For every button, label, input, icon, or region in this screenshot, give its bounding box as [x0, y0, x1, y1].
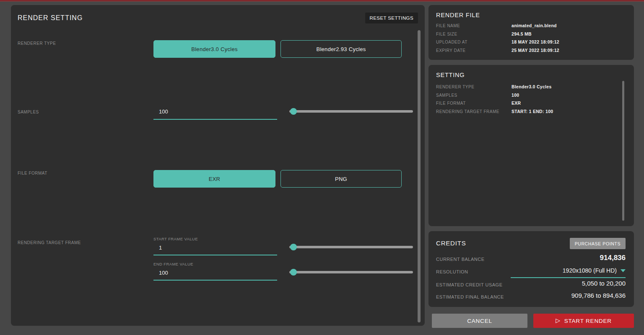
- end-frame-slider-track[interactable]: [289, 271, 413, 273]
- summary-samples-label: SAMPLES: [436, 93, 512, 98]
- expiry-date-row: EXPIRY DATE 25 MAY 2022 18:09:12: [436, 48, 626, 53]
- file-size-value: 294.5 MB: [512, 31, 532, 36]
- credits-title: CREDITS: [436, 240, 466, 247]
- samples-slider[interactable]: [289, 108, 413, 115]
- file-size-label: FILE SIZE: [436, 32, 512, 36]
- uploaded-at-value: 18 MAY 2022 18:09:12: [512, 39, 559, 44]
- file-name-label: FILE NAME: [436, 23, 512, 28]
- render-setting-scrollbar[interactable]: [418, 30, 421, 322]
- resolution-select[interactable]: 1920x1080 (Full HD): [563, 267, 626, 274]
- render-file-title: RENDER FILE: [436, 12, 480, 18]
- final-balance-label: ESTIMATED FINAL BALANCE: [436, 294, 504, 299]
- summary-samples-row: SAMPLES 100: [436, 93, 626, 98]
- summary-format-row: FILE FORMAT EXR: [436, 100, 626, 106]
- top-accent-bar: [0, 0, 644, 1]
- reset-settings-button[interactable]: RESET SETTINGS: [365, 13, 418, 23]
- expiry-date-value: 25 MAY 2022 18:09:12: [512, 48, 559, 53]
- final-balance-value: 909,786 to 894,636: [571, 292, 626, 299]
- renderer-type-label: RENDERER TYPE: [18, 41, 56, 46]
- renderer-option-blender30[interactable]: Blender3.0 Cycles: [153, 40, 275, 58]
- credit-usage-value: 5,050 to 20,200: [582, 280, 626, 287]
- start-frame-slider-handle[interactable]: [290, 244, 297, 250]
- start-frame-slider-track[interactable]: [289, 246, 413, 248]
- format-option-exr[interactable]: EXR: [153, 170, 275, 188]
- setting-summary-panel: SETTING RENDERER TYPE Blender3.0 Cycles …: [428, 65, 634, 226]
- end-frame-label: END FRAME VALUE: [153, 262, 193, 266]
- cancel-button[interactable]: CANCEL: [432, 314, 527, 328]
- end-frame-input[interactable]: [153, 268, 277, 281]
- samples-input[interactable]: [153, 106, 277, 120]
- file-format-label: FILE FORMAT: [18, 171, 47, 175]
- summary-renderer-row: RENDERER TYPE Blender3.0 Cycles: [436, 84, 626, 89]
- file-name-row: FILE NAME animated_rain.blend: [436, 23, 626, 28]
- summary-renderer-value: Blender3.0 Cycles: [512, 84, 552, 89]
- play-icon: ▷: [556, 317, 561, 324]
- purchase-points-button[interactable]: PURCHASE POINTS: [570, 238, 626, 249]
- resolution-label: RESOLUTION: [436, 269, 468, 274]
- summary-target-frame-value: START: 1 END: 100: [512, 109, 553, 114]
- resolution-value: 1920x1080 (Full HD): [563, 267, 617, 274]
- samples-label: SAMPLES: [18, 110, 39, 114]
- credits-panel: CREDITS PURCHASE POINTS CURRENT BALANCE …: [428, 231, 634, 307]
- setting-summary-scrollbar[interactable]: [622, 81, 624, 221]
- start-frame-input[interactable]: [153, 243, 277, 255]
- summary-target-frame-label: RENDERING TARGET FRAME: [436, 109, 512, 114]
- target-frame-label: RENDERING TARGET FRAME: [18, 240, 81, 245]
- chevron-down-icon: [621, 269, 626, 272]
- uploaded-at-row: UPLOADED AT 18 MAY 2022 18:09:12: [436, 39, 626, 44]
- format-option-png[interactable]: PNG: [280, 170, 402, 188]
- summary-format-value: EXR: [512, 100, 521, 106]
- end-frame-slider[interactable]: [289, 269, 413, 276]
- samples-slider-handle[interactable]: [290, 108, 297, 115]
- uploaded-at-label: UPLOADED AT: [436, 40, 512, 44]
- render-setting-title: RENDER SETTING: [18, 14, 83, 22]
- render-file-panel: RENDER FILE FILE NAME animated_rain.blen…: [428, 5, 634, 60]
- current-balance-value: 914,836: [600, 254, 626, 262]
- end-frame-slider-handle[interactable]: [290, 269, 297, 276]
- summary-format-label: FILE FORMAT: [436, 101, 512, 106]
- samples-slider-track[interactable]: [289, 110, 413, 113]
- resolution-underline: [511, 277, 626, 278]
- start-render-label: START RENDER: [564, 318, 612, 324]
- start-frame-slider[interactable]: [289, 244, 413, 250]
- start-render-button[interactable]: ▷ START RENDER: [533, 314, 634, 328]
- summary-target-frame-row: RENDERING TARGET FRAME START: 1 END: 100: [436, 109, 626, 114]
- file-name-value: animated_rain.blend: [512, 23, 557, 28]
- start-frame-label: START FRAME VALUE: [153, 237, 198, 241]
- render-setting-panel: RENDER SETTING RESET SETTINGS RENDERER T…: [11, 5, 425, 326]
- credit-usage-label: ESTIMATED CREDIT USAGE: [436, 282, 503, 287]
- expiry-date-label: EXPIRY DATE: [436, 48, 512, 53]
- summary-samples-value: 100: [512, 93, 519, 98]
- renderer-option-blender293[interactable]: Blender2.93 Cycles: [280, 40, 402, 58]
- summary-renderer-label: RENDERER TYPE: [436, 85, 512, 89]
- file-size-row: FILE SIZE 294.5 MB: [436, 31, 626, 36]
- setting-summary-title: SETTING: [436, 72, 465, 78]
- current-balance-label: CURRENT BALANCE: [436, 257, 485, 262]
